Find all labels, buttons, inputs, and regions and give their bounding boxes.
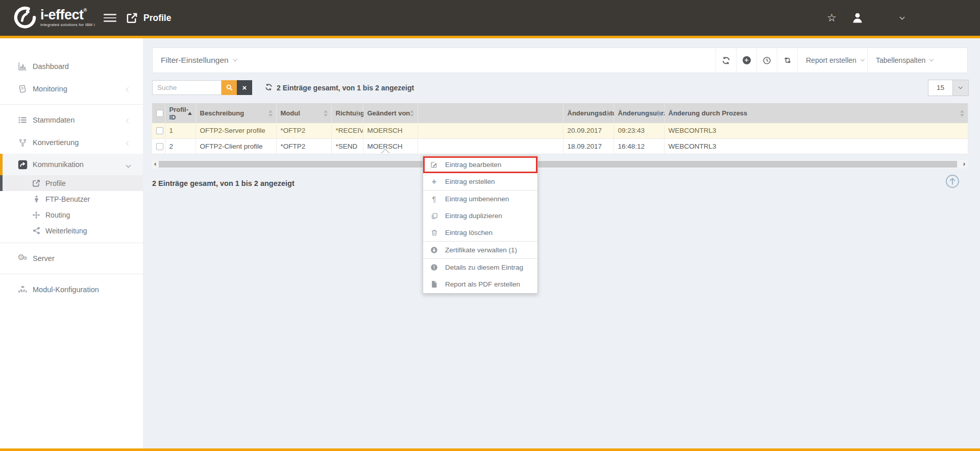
sidebar-item-kommunikation[interactable]: Kommunikation bbox=[0, 154, 143, 175]
history-button[interactable] bbox=[756, 48, 777, 73]
cell-aenderungsuhrzeit: 09:23:43 bbox=[614, 123, 664, 138]
page-title: Profile bbox=[143, 13, 171, 23]
filter-bar: Filter-Einstellungen Report erstellen Ta… bbox=[152, 48, 968, 73]
sidebar-divider bbox=[0, 274, 143, 274]
sidebar-item-label: Dashboard bbox=[33, 62, 69, 70]
sort-icon bbox=[410, 110, 414, 116]
column-header-profil-id[interactable]: Profil-ID bbox=[165, 103, 195, 123]
bar-chart-icon bbox=[17, 62, 28, 71]
sidebar-item-monitoring[interactable]: Monitoring bbox=[0, 78, 143, 100]
scroll-to-top-button[interactable] bbox=[945, 174, 960, 188]
search-input[interactable] bbox=[152, 80, 222, 95]
scroll-left-icon[interactable] bbox=[154, 160, 156, 169]
sidebar-item-dashboard[interactable]: Dashboard bbox=[0, 55, 143, 78]
add-circle-icon bbox=[743, 56, 751, 64]
menu-item-eintrag-erstellen[interactable]: Eintrag erstellen bbox=[423, 173, 537, 190]
menu-item-report-pdf[interactable]: Report als PDF erstellen bbox=[423, 276, 537, 293]
footer-summary: 2 Einträge gesamt, von 1 bis 2 angezeigt bbox=[152, 179, 295, 187]
sidebar-item-routing[interactable]: Routing bbox=[0, 207, 143, 223]
profiles-table: Profil-ID Beschreibung Modul Richtung Ge… bbox=[152, 103, 968, 154]
external-link-icon bbox=[32, 179, 41, 187]
row-checkbox[interactable] bbox=[156, 143, 163, 150]
bottom-accent-bar bbox=[0, 448, 980, 451]
transfer-icon bbox=[783, 56, 792, 64]
user-icon[interactable] bbox=[851, 0, 864, 36]
sidebar-divider bbox=[0, 243, 143, 243]
sort-icon bbox=[268, 110, 273, 116]
logo-swirl-icon bbox=[13, 6, 37, 29]
sidebar-item-label: FTP-Benutzer bbox=[45, 195, 90, 203]
select-all-cell bbox=[152, 103, 165, 123]
transfer-button[interactable] bbox=[777, 48, 797, 73]
sort-icon bbox=[355, 110, 359, 116]
user-icon bbox=[32, 195, 41, 203]
add-button[interactable] bbox=[736, 48, 756, 73]
cell-aenderung-durch-prozess: WEBCONTRL3 bbox=[664, 138, 968, 154]
column-header-aenderungsuhrzeit[interactable]: Änderungsuhrzeit bbox=[614, 103, 664, 123]
list-icon bbox=[17, 115, 28, 125]
filter-settings-dropdown[interactable]: Filter-Einstellungen bbox=[161, 56, 236, 65]
sidebar-item-server[interactable]: Server bbox=[0, 247, 143, 270]
menu-item-zertifikate-verwalten[interactable]: Zertifikate verwalten (1) bbox=[423, 242, 537, 258]
sidebar-item-stammdaten[interactable]: Stammdaten bbox=[0, 109, 143, 131]
horizontal-scrollbar[interactable] bbox=[152, 160, 968, 169]
certificate-lock-icon bbox=[430, 246, 438, 254]
sidebar-item-weiterleitung[interactable]: Weiterleitung bbox=[0, 223, 143, 239]
sidebar-item-label: Modul-Konfiguration bbox=[33, 286, 99, 294]
logo-tagline: integrated solutions for IBM i bbox=[40, 23, 95, 27]
menu-item-eintrag-duplizieren[interactable]: Eintrag duplizieren bbox=[423, 207, 537, 224]
column-header-richtung[interactable]: Richtung bbox=[331, 103, 363, 123]
menu-item-eintrag-umbenennen[interactable]: Eintrag umbenennen bbox=[423, 191, 537, 207]
menu-item-eintrag-bearbeiten[interactable]: Eintrag bearbeiten bbox=[423, 156, 537, 173]
refresh-results-icon[interactable] bbox=[265, 83, 273, 91]
column-header-aenderung-durch-prozess[interactable]: Änderung durch Prozess bbox=[664, 103, 968, 123]
report-erstellen-dropdown[interactable]: Report erstellen bbox=[797, 48, 867, 73]
sidebar-item-label: Kommunikation bbox=[33, 160, 84, 169]
sidebar-item-label: Server bbox=[33, 254, 55, 263]
sidebar-item-label: Weiterleitung bbox=[45, 227, 87, 235]
star-icon[interactable] bbox=[827, 0, 837, 36]
sort-icon bbox=[606, 110, 610, 116]
search-button[interactable] bbox=[222, 80, 237, 95]
scrollbar-thumb[interactable] bbox=[159, 161, 957, 168]
menu-item-details[interactable]: Details zu diesem Eintrag bbox=[423, 259, 537, 276]
main-content: Filter-Einstellungen Report erstellen Ta… bbox=[143, 38, 980, 448]
page-size-value: 15 bbox=[928, 80, 952, 96]
select-all-checkbox[interactable] bbox=[156, 110, 163, 117]
duplicate-icon bbox=[430, 212, 438, 220]
column-header-modul[interactable]: Modul bbox=[276, 103, 331, 123]
cell-geaendert-von: MOERSCH bbox=[363, 123, 418, 138]
row-checkbox[interactable] bbox=[156, 127, 163, 134]
cell-aenderungsdatum: 20.09.2017 bbox=[563, 123, 614, 138]
refresh-button[interactable] bbox=[716, 48, 736, 73]
cell-profil-id: 1 bbox=[165, 123, 195, 138]
cell-beschreibung: OFTP2-Server profile bbox=[195, 123, 276, 138]
sidebar-item-ftp-benutzer[interactable]: FTP-Benutzer bbox=[0, 191, 143, 207]
scroll-right-icon[interactable] bbox=[963, 160, 965, 169]
chevron-down-icon[interactable] bbox=[900, 0, 904, 36]
sidebar-item-modul-konfiguration[interactable]: Modul-Konfiguration bbox=[0, 278, 143, 301]
cell-geaendert-von: MOERSCH bbox=[363, 138, 418, 154]
refresh-icon bbox=[722, 56, 730, 65]
menu-item-label: Eintrag löschen bbox=[445, 229, 493, 236]
cell-aenderung-durch-prozess: WEBCONTRL3 bbox=[664, 123, 968, 138]
menu-item-label: Details zu diesem Eintrag bbox=[445, 264, 523, 271]
menu-toggle-icon[interactable] bbox=[104, 14, 116, 22]
sort-icon bbox=[656, 110, 660, 116]
app-logo[interactable]: i-effect® integrated solutions for IBM i bbox=[13, 6, 95, 29]
page-size-select[interactable]: 15 bbox=[928, 80, 969, 96]
menu-item-eintrag-loeschen[interactable]: Eintrag löschen bbox=[423, 224, 537, 241]
table-row[interactable]: 1 OFTP2-Server profile *OFTP2 *RECEIVE M… bbox=[152, 123, 968, 138]
column-header-geaendert-von[interactable]: Geändert von bbox=[363, 103, 418, 123]
external-link-icon bbox=[126, 12, 138, 24]
sidebar-item-profile[interactable]: Profile bbox=[0, 175, 143, 191]
search-icon bbox=[226, 84, 233, 91]
tabellenspalten-dropdown[interactable]: Tabellenspalten bbox=[867, 48, 967, 73]
clear-search-button[interactable] bbox=[237, 80, 252, 95]
book-icon bbox=[17, 84, 28, 93]
sidebar-item-konvertierung[interactable]: Konvertierung bbox=[0, 131, 143, 154]
column-header-aenderungsdatum[interactable]: Änderungsdatum bbox=[563, 103, 614, 123]
table-row[interactable]: 2 OFTP2-Client profile *OFTP2 *SEND MOER… bbox=[152, 138, 968, 154]
column-header-beschreibung[interactable]: Beschreibung bbox=[195, 103, 276, 123]
top-bar: i-effect® integrated solutions for IBM i… bbox=[0, 0, 980, 36]
